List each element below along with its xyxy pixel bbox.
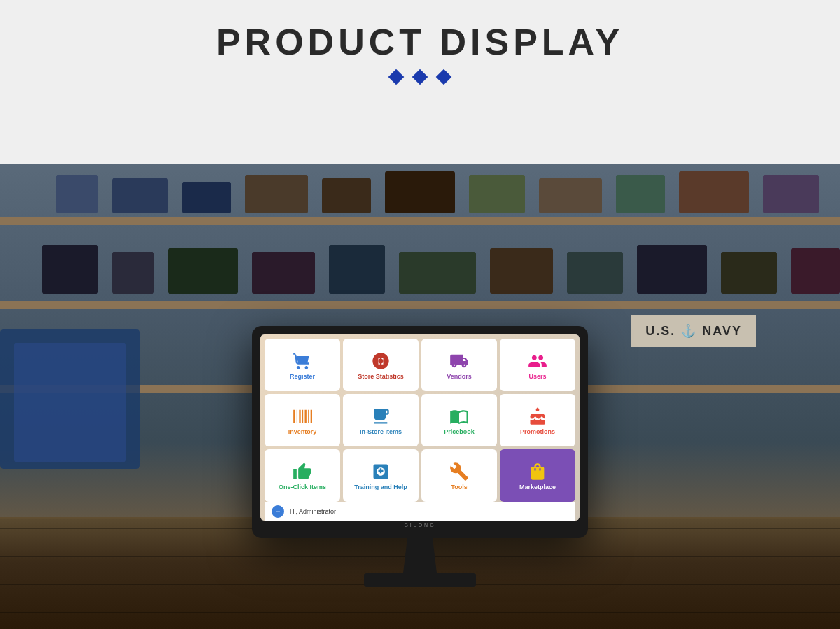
- page-title: PRODUCT DISPLAY: [0, 21, 840, 63]
- pricebook-label: Pricebook: [444, 428, 475, 436]
- user-avatar: →: [272, 505, 284, 518]
- shelf-item: [490, 248, 553, 294]
- app-tile-marketplace[interactable]: Marketplace: [500, 449, 575, 502]
- app-tile-users[interactable]: Users: [500, 339, 575, 391]
- shelf-item: [763, 175, 819, 213]
- one-click-items-icon: [293, 462, 312, 481]
- users-label: Users: [528, 373, 546, 381]
- vendors-label: Vendors: [447, 373, 472, 381]
- instore-items-icon: [371, 407, 391, 426]
- one-click-items-label: One-Click Items: [279, 483, 326, 491]
- shelf-item: [252, 252, 315, 294]
- training-and-help-label: Training and Help: [354, 483, 407, 491]
- instore-items-label: In-Store Items: [360, 428, 402, 436]
- shelf-item: [567, 252, 623, 294]
- training-and-help-icon: [371, 462, 391, 481]
- shelf-item: [42, 245, 98, 294]
- status-bar: → Hi, Administrator: [265, 502, 575, 521]
- register-label: Register: [290, 373, 315, 381]
- promotions-label: Promotions: [520, 428, 555, 436]
- diamond-2: [412, 69, 428, 85]
- app-tile-vendors[interactable]: Vendors: [421, 339, 497, 391]
- app-grid: RegisterStore StatisticsVendorsUsersInve…: [265, 339, 575, 502]
- app-tile-one-click-items[interactable]: One-Click Items: [265, 449, 340, 502]
- shelf-item: [112, 178, 168, 213]
- shelf-item: [245, 175, 308, 213]
- shelf-item: [616, 175, 665, 213]
- tools-icon: [449, 462, 469, 481]
- monitor-base: [364, 573, 476, 587]
- shelf-item: [182, 182, 231, 213]
- vendors-icon: [449, 351, 469, 371]
- inventory-icon: [293, 407, 312, 426]
- user-greeting: Hi, Administrator: [290, 508, 336, 515]
- fabric-display: [14, 343, 126, 462]
- marketplace-label: Marketplace: [519, 483, 556, 491]
- app-tile-store-statistics[interactable]: Store Statistics: [343, 339, 419, 391]
- app-tile-register[interactable]: Register: [265, 339, 340, 391]
- monitor: RegisterStore StatisticsVendorsUsersInve…: [252, 326, 588, 538]
- decorative-diamonds: [0, 71, 840, 83]
- diamond-1: [388, 69, 405, 85]
- pricebook-icon: [449, 407, 469, 426]
- app-tile-tools[interactable]: Tools: [421, 449, 497, 502]
- screen-content: RegisterStore StatisticsVendorsUsersInve…: [260, 334, 580, 521]
- monitor-container: RegisterStore StatisticsVendorsUsersInve…: [252, 326, 588, 587]
- store-statistics-label: Store Statistics: [358, 373, 404, 381]
- app-tile-promotions[interactable]: Promotions: [500, 394, 575, 446]
- monitor-stand: [399, 538, 441, 573]
- shelf-item: [329, 245, 385, 294]
- shelf-1: [0, 217, 840, 225]
- monitor-screen: RegisterStore StatisticsVendorsUsersInve…: [260, 334, 580, 521]
- app-tile-training-and-help[interactable]: Training and Help: [343, 449, 419, 502]
- svg-point-0: [379, 358, 384, 363]
- diamond-3: [436, 69, 452, 85]
- navy-sign: U.S. ⚓ NAVY: [631, 315, 756, 347]
- app-tile-instore-items[interactable]: In-Store Items: [343, 394, 419, 446]
- shelf-item: [637, 245, 707, 294]
- tools-label: Tools: [451, 483, 467, 491]
- shelf-item: [679, 171, 749, 213]
- users-icon: [528, 351, 547, 371]
- store-statistics-icon: [371, 351, 391, 371]
- shelf-item: [539, 178, 602, 213]
- monitor-brand: GILONG: [260, 521, 580, 530]
- shelf-item: [168, 248, 238, 294]
- shelf-2: [0, 301, 840, 309]
- app-tile-inventory[interactable]: Inventory: [265, 394, 340, 446]
- shelf-item: [791, 248, 840, 294]
- shelf-item: [721, 252, 777, 294]
- inventory-label: Inventory: [288, 428, 317, 436]
- shelf-item: [469, 175, 525, 213]
- register-icon: [293, 351, 312, 371]
- shelf-item: [399, 252, 476, 294]
- shelf-item: [112, 252, 154, 294]
- app-tile-pricebook[interactable]: Pricebook: [421, 394, 497, 446]
- shelf-item: [322, 178, 371, 213]
- promotions-icon: [528, 407, 547, 426]
- header-section: PRODUCT DISPLAY: [0, 0, 840, 97]
- shelf-item: [385, 171, 455, 213]
- shelf-item: [56, 175, 98, 213]
- marketplace-icon: [528, 462, 547, 481]
